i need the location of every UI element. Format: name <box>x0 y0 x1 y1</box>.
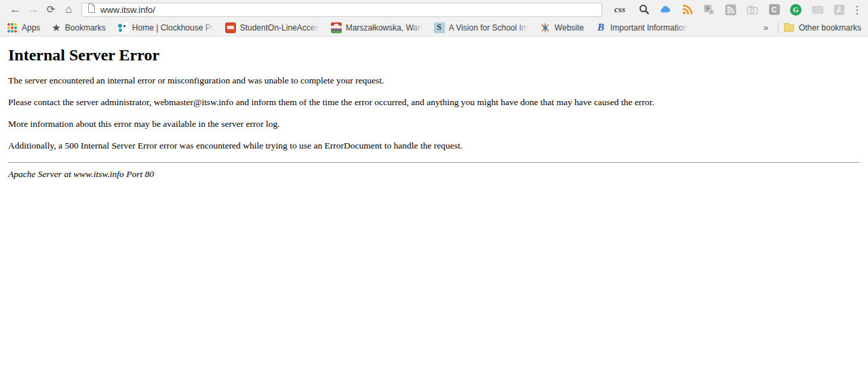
c-letter: C <box>769 4 780 15</box>
css-extension-icon[interactable]: css <box>612 4 628 16</box>
student-online-favicon <box>225 22 236 33</box>
bookmarks-divider <box>778 22 778 33</box>
bookmark-label: A Vision for School Im <box>449 23 528 33</box>
bookmarks-label: Bookmarks <box>65 23 106 33</box>
bookmark-label: Important Information <box>610 23 688 33</box>
adobe-acrobat-icon[interactable] <box>833 4 845 16</box>
server-signature: Apache Server at www.itsw.info Port 80 <box>8 169 860 180</box>
vision-school-favicon: S <box>434 22 445 33</box>
cloud-icon[interactable] <box>660 4 671 16</box>
error-paragraph-4: Additionally, a 500 Internal Server Erro… <box>8 140 860 151</box>
idm-icon[interactable] <box>812 4 823 16</box>
url-text[interactable]: www.itsw.info/ <box>100 5 155 15</box>
home-icon[interactable]: ⌂ <box>60 1 77 18</box>
error-paragraph-3: More information about this error may be… <box>8 119 860 130</box>
website-favicon <box>540 22 551 33</box>
star-icon: ★ <box>52 22 60 33</box>
bookmark-vision-school[interactable]: S A Vision for School Im <box>434 22 528 33</box>
bookmark-label: Home | Clockhouse Pr <box>132 23 214 33</box>
page-title: Internal Server Error <box>8 46 860 64</box>
grammarly-icon[interactable]: G <box>790 4 802 16</box>
bookmark-label: Marszałkowska, Warsz <box>346 23 422 33</box>
search-icon[interactable] <box>638 4 650 16</box>
apps-shortcut[interactable]: Apps <box>7 22 40 33</box>
address-bar[interactable]: www.itsw.info/ <box>81 3 602 17</box>
browser-menu-icon[interactable]: ⋮ <box>850 1 864 18</box>
other-bookmarks-label: Other bookmarks <box>799 23 861 33</box>
bookmark-website[interactable]: Website <box>540 22 584 33</box>
browser-toolbar: ← → ⟳ ⌂ www.itsw.info/ css <box>0 0 868 19</box>
important-info-favicon: B <box>595 22 606 33</box>
bookmark-label: Website <box>555 23 584 33</box>
error-paragraph-2: Please contact the server administrator,… <box>8 97 860 108</box>
bookmark-important-info[interactable]: B Important Information <box>595 22 688 33</box>
browser-chrome: ← → ⟳ ⌂ www.itsw.info/ css <box>0 0 868 37</box>
other-bookmarks-button[interactable]: Other bookmarks <box>784 23 861 33</box>
clockhouse-favicon <box>117 22 128 33</box>
extensions-row: css C G <box>612 4 845 16</box>
apps-label: Apps <box>22 23 40 33</box>
camera-icon[interactable] <box>747 4 758 16</box>
folder-icon <box>784 24 794 32</box>
page-document-icon <box>87 3 96 16</box>
bookmark-clockhouse[interactable]: Home | Clockhouse Pr <box>117 22 214 33</box>
bookmark-student-online[interactable]: StudentOn-LineAccess <box>225 22 319 33</box>
error-paragraph-1: The server encountered an internal error… <box>8 75 860 86</box>
idm-badge <box>812 6 823 14</box>
page-content: Internal Server Error The server encount… <box>0 46 868 180</box>
marszalkowska-favicon <box>331 22 342 33</box>
rss-orange-icon[interactable] <box>682 4 693 16</box>
forward-icon: → <box>24 1 42 18</box>
bookmark-label: StudentOn-LineAccess <box>240 23 319 33</box>
back-icon[interactable]: ← <box>7 1 24 18</box>
bookmarks-bar: Apps ★ Bookmarks Home | Clockhouse Pr St… <box>0 19 868 37</box>
bookmarks-overflow-icon[interactable]: » <box>760 22 772 33</box>
bookmark-marszalkowska[interactable]: Marszałkowska, Warsz <box>331 22 422 33</box>
rss-gray-icon[interactable] <box>725 4 736 16</box>
c-extension-icon[interactable]: C <box>768 4 780 16</box>
reload-icon[interactable]: ⟳ <box>42 1 60 18</box>
apps-grid-icon <box>7 22 18 33</box>
bookmarks-shortcut[interactable]: ★ Bookmarks <box>52 22 105 33</box>
video-downloader-icon[interactable] <box>703 4 715 16</box>
footer-divider <box>8 162 860 163</box>
